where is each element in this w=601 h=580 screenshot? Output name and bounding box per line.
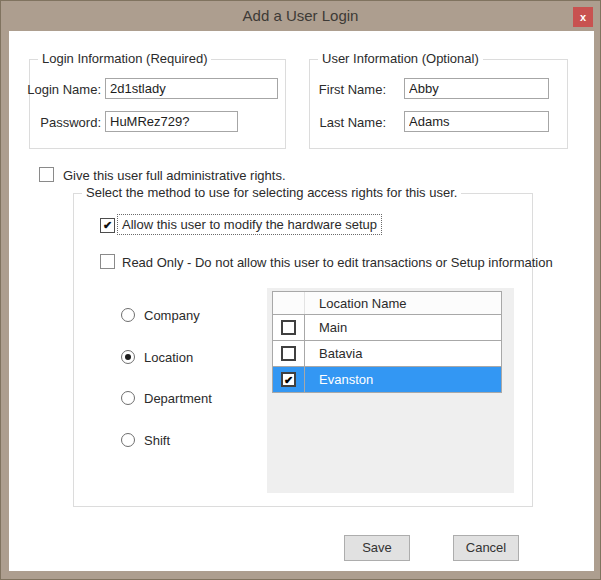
row-checkbox-main[interactable] (281, 320, 296, 335)
radio-company-label: Company (144, 308, 200, 323)
login-name-input[interactable] (105, 78, 278, 99)
password-input[interactable] (105, 111, 238, 132)
radio-shift-label: Shift (144, 433, 170, 448)
dialog-title: Add a User Login (1, 1, 600, 31)
locations-grid-panel: Location Name Main Batavia ✔ Evanston (267, 288, 514, 493)
locations-table-header: Location Name (273, 292, 501, 315)
first-name-input[interactable] (404, 78, 549, 99)
row-label-evanston: Evanston (305, 367, 501, 392)
cancel-button[interactable]: Cancel (453, 535, 519, 561)
hardware-setup-checkbox[interactable]: ✔ (100, 218, 115, 233)
login-info-group-title: Login Information (Required) (38, 51, 211, 66)
row-checkbox-batavia[interactable] (281, 346, 296, 361)
first-name-label: First Name: (306, 82, 386, 97)
last-name-label: Last Name: (306, 115, 386, 130)
table-row-batavia[interactable]: Batavia (273, 341, 501, 367)
dialog-window: Add a User Login x Login Information (Re… (0, 0, 601, 580)
table-row-main[interactable]: Main (273, 315, 501, 341)
header-checkbox-column (273, 292, 305, 314)
read-only-label: Read Only - Do not allow this user to ed… (122, 255, 553, 270)
user-info-group: User Information (Optional) (309, 59, 568, 149)
login-name-label: Login Name: (21, 82, 101, 97)
check-icon: ✔ (284, 374, 293, 386)
close-icon[interactable]: x (573, 7, 593, 27)
radio-department-label: Department (144, 391, 212, 406)
password-label: Password: (21, 115, 101, 130)
user-info-group-title: User Information (Optional) (318, 51, 483, 66)
row-checkbox-evanston[interactable]: ✔ (281, 372, 296, 387)
locations-table: Location Name Main Batavia ✔ Evanston (272, 291, 502, 393)
read-only-checkbox[interactable] (100, 254, 115, 269)
table-row-evanston[interactable]: ✔ Evanston (273, 367, 501, 393)
radio-dot (125, 354, 131, 360)
radio-shift[interactable] (121, 433, 135, 447)
row-label-main: Main (305, 315, 501, 340)
hardware-setup-label: Allow this user to modify the hardware s… (117, 214, 382, 235)
row-label-batavia: Batavia (305, 341, 501, 366)
radio-department[interactable] (121, 391, 135, 405)
check-icon: ✔ (103, 219, 112, 231)
login-info-group: Login Information (Required) (29, 59, 286, 149)
access-rights-group-title: Select the method to use for selecting a… (82, 185, 461, 200)
dialog-content: Login Information (Required) Login Name:… (9, 31, 594, 571)
radio-location-label: Location (144, 350, 193, 365)
save-button[interactable]: Save (344, 535, 410, 561)
location-name-header[interactable]: Location Name (305, 292, 501, 314)
admin-rights-label: Give this user full administrative right… (63, 168, 286, 183)
last-name-input[interactable] (404, 111, 549, 132)
radio-location[interactable] (121, 350, 135, 364)
admin-rights-checkbox[interactable] (39, 167, 54, 182)
radio-company[interactable] (121, 308, 135, 322)
